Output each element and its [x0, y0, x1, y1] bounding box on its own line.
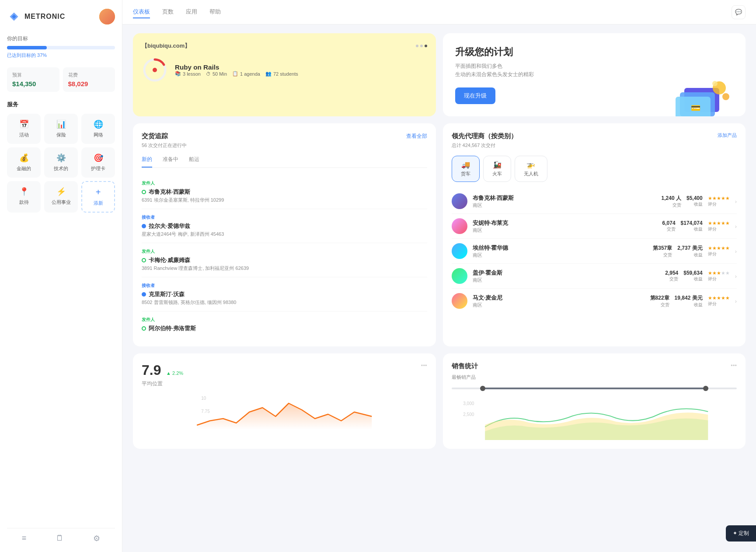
revenue-value-5: 19,842 美元 [675, 294, 703, 302]
dot-blue-2 [142, 292, 146, 297]
goal-section: 你的目标 已达到目标的 37% [7, 35, 115, 59]
service-network[interactable]: 🌐 网络 [81, 114, 115, 144]
name-4: 克里斯汀·沃森 [142, 290, 427, 298]
goal-percentage: 已达到目标的 37% [7, 52, 115, 59]
rating-label-1: 评分 [708, 201, 730, 207]
agent-arrow-4[interactable]: › [735, 273, 737, 279]
agent-arrow-1[interactable]: › [735, 198, 737, 205]
rating-label-2: 评分 [708, 226, 730, 232]
service-add[interactable]: + 添新 [81, 181, 115, 213]
nursing-label: 护理卡 [91, 165, 105, 172]
cat-train[interactable]: 🚂 火车 [483, 156, 511, 182]
dot-outline-3 [142, 326, 146, 331]
tab-new[interactable]: 新的 [142, 156, 152, 168]
service-nursing[interactable]: 🎯 护理卡 [81, 147, 115, 178]
students-icon: 👥 [265, 71, 272, 77]
stat-value-2: 6,074 [662, 220, 676, 226]
stat-label-3: 交货 [653, 252, 672, 258]
nav-pages[interactable]: 页数 [162, 6, 174, 18]
progress-bar-background [7, 46, 115, 49]
nav-apps[interactable]: 应用 [186, 6, 197, 18]
svg-point-6 [722, 93, 729, 100]
activity-icon: 📅 [19, 119, 29, 129]
budget-value: $14,350 [12, 80, 54, 87]
network-label: 网络 [94, 132, 103, 138]
rating-label-3: 评分 [708, 251, 730, 257]
agent-stat-4: 2,954 交货 [665, 270, 678, 282]
svg-text:10: 10 [201, 396, 206, 401]
tracking-view-all[interactable]: 查看全部 [406, 133, 427, 140]
svg-text:3,000: 3,000 [463, 401, 474, 406]
agent-arrow-3[interactable]: › [735, 248, 737, 255]
tracking-subtitle: 56 次交付正在进行中 [142, 142, 427, 149]
agent-name-4: 盖伊·霍金斯 [473, 269, 660, 277]
agent-avatar-3 [452, 243, 467, 259]
metric-value-area: 7.9 ▲ 2.2% [142, 362, 183, 378]
revenue-label-1: 收益 [686, 201, 703, 207]
rating-label-5: 评分 [708, 301, 730, 307]
add-product-button[interactable]: 添加产品 [718, 132, 737, 139]
service-insurance[interactable]: 📊 保险 [44, 114, 78, 144]
add-icon: + [96, 187, 101, 197]
sales-card: 销售统计 ••• 最畅销产品 3,000 2,500 [443, 353, 746, 449]
course-url: 【biqubiqu.com】 [142, 42, 190, 50]
stat-value-1: 1,240 人 [662, 195, 681, 202]
public-label: 公用事业 [52, 199, 71, 206]
cat-truck[interactable]: 🚚 货车 [452, 156, 480, 182]
agent-region-3: 南区 [473, 252, 648, 259]
agent-avatar-4 [452, 268, 467, 284]
metric-label: 平均位置 [142, 380, 427, 388]
upgrade-button[interactable]: 现在升级 [455, 87, 495, 104]
customize-button[interactable]: ✦ 定制 [726, 525, 756, 542]
service-finance[interactable]: 💰 金融的 [7, 147, 41, 178]
agent-row-3: 埃丝特·霍华德 南区 第357章 交货 2,737 美元 收益 [452, 239, 737, 264]
range-handle-left[interactable] [480, 386, 485, 391]
role-sender-3: 发件人 [142, 317, 427, 323]
budget-label: 预算 [12, 72, 54, 78]
range-handle-right[interactable] [703, 386, 708, 391]
metric-menu[interactable]: ••• [421, 362, 427, 369]
metric-chart: 10 7.75 [142, 395, 427, 430]
cat-drone[interactable]: 🚁 无人机 [515, 156, 547, 182]
agent-row-5: 马文·麦金尼 南区 第822章 交货 19,842 美元 收益 [452, 289, 737, 313]
metric-card: 7.9 ▲ 2.2% ••• 平均位置 [133, 353, 436, 449]
name-5: 阿尔伯特·弗洛雷斯 [142, 325, 427, 332]
tab-shipping[interactable]: 船运 [189, 156, 199, 168]
agent-rating-4: ★★★★★ 评分 [708, 270, 730, 282]
layers-icon[interactable]: ≡ [22, 534, 27, 543]
service-reception[interactable]: 📍 款待 [7, 181, 41, 213]
file-icon[interactable]: 🗒 [56, 534, 64, 543]
nav-help[interactable]: 帮助 [209, 6, 221, 18]
dot-3 [425, 45, 427, 47]
agent-info-1: 布鲁克林·西蒙斯 南区 [473, 194, 656, 209]
tech-icon: ⚙️ [56, 153, 66, 163]
upgrade-description: 平面插图和我们多色生动的未混合紫色头发女士的精彩 [455, 62, 734, 79]
tab-preparing[interactable]: 准备中 [163, 156, 178, 168]
nav-links: 仪表板 页数 应用 帮助 [133, 6, 221, 18]
user-avatar[interactable] [99, 9, 115, 24]
settings-icon[interactable]: ⚙ [93, 534, 100, 543]
stat-label-1: 交货 [662, 202, 681, 208]
stars-5: ★★★★★ [708, 295, 730, 301]
stat-label-5: 交货 [650, 302, 669, 308]
sales-menu[interactable]: ••• [731, 362, 737, 369]
stars-1: ★★★★★ [708, 196, 730, 201]
service-public[interactable]: ⚡ 公用事业 [44, 181, 78, 213]
services-title: 服务 [7, 101, 115, 108]
middle-grid: 交货追踪 查看全部 56 次交付正在进行中 新的 准备中 船运 发件人 布鲁克林… [133, 123, 746, 346]
agent-arrow-2[interactable]: › [735, 223, 737, 230]
train-icon: 🚂 [493, 161, 502, 169]
revenue-value-1: $5,400 [686, 195, 703, 201]
course-agenda: 📋 1 agenda [232, 71, 260, 77]
service-activity[interactable]: 📅 活动 [7, 114, 41, 144]
revenue-value-4: $59,634 [683, 270, 702, 276]
agent-region-1: 南区 [473, 202, 656, 209]
service-tech[interactable]: ⚙️ 技术的 [44, 147, 78, 178]
agent-arrow-5[interactable]: › [735, 298, 737, 304]
sidebar-footer: ≡ 🗒 ⚙ [7, 528, 115, 543]
nav-dashboard[interactable]: 仪表板 [133, 6, 150, 18]
stars-2: ★★★★★ [708, 220, 730, 226]
agent-avatar-1 [452, 193, 467, 209]
chat-icon[interactable]: 💬 [732, 5, 746, 19]
agent-stat-2: 6,074 交货 [662, 220, 676, 232]
